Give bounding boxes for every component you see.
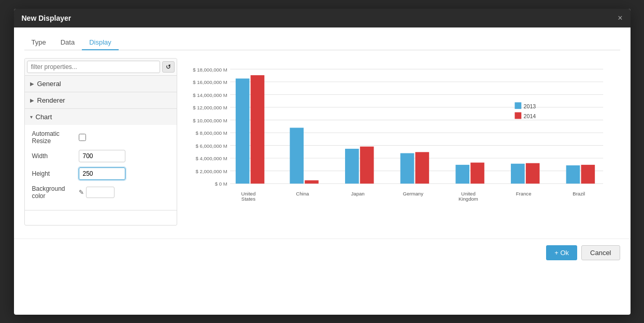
- bg-color-edit-icon[interactable]: ✎: [79, 189, 84, 196]
- modal-close-button[interactable]: ×: [618, 14, 622, 22]
- auto-resize-label: Automatic Resize: [32, 130, 79, 145]
- ok-button[interactable]: + Ok: [546, 245, 577, 260]
- tab-type[interactable]: Type: [24, 35, 53, 50]
- bar-chart: $ 18,000,000 M $ 16,000,000 M $ 14,000,0…: [188, 58, 610, 224]
- svg-text:$ 12,000,000 M: $ 12,000,000 M: [193, 105, 227, 110]
- bg-color-swatch[interactable]: [86, 187, 115, 198]
- svg-text:Brazil: Brazil: [573, 190, 585, 196]
- svg-text:$ 16,000,000 M: $ 16,000,000 M: [193, 79, 227, 85]
- bar-brazil-2013: [566, 165, 580, 183]
- height-row: Height: [32, 167, 169, 180]
- svg-text:States: States: [241, 196, 255, 202]
- accordion-general: ▶ General: [25, 76, 177, 92]
- cancel-button[interactable]: Cancel: [581, 245, 620, 260]
- svg-text:United: United: [241, 190, 255, 196]
- auto-resize-checkbox[interactable]: [79, 134, 86, 141]
- legend-2014-label: 2014: [523, 113, 536, 119]
- bar-uk-2013: [455, 164, 469, 183]
- bar-japan-2014: [360, 146, 374, 183]
- svg-text:$ 2,000,000 M: $ 2,000,000 M: [195, 168, 227, 174]
- bg-color-label: Background color: [32, 185, 79, 200]
- bar-brazil-2014: [581, 164, 595, 183]
- width-row: Width: [32, 150, 169, 162]
- accordion-renderer: ▶ Renderer: [25, 92, 177, 109]
- accordion-renderer-arrow: ▶: [30, 97, 34, 103]
- modal-dialog: New Displayer × Type Data Display ↺ ▶: [14, 9, 631, 315]
- bar-us-2014: [250, 75, 264, 184]
- svg-text:$ 8,000,000 M: $ 8,000,000 M: [195, 130, 227, 136]
- svg-text:China: China: [296, 190, 309, 196]
- svg-text:Germany: Germany: [403, 190, 423, 196]
- svg-text:France: France: [516, 190, 531, 196]
- legend-2013-swatch: [514, 102, 521, 109]
- modal-header: New Displayer ×: [14, 9, 631, 27]
- chart-area: $ 18,000,000 M $ 16,000,000 M $ 14,000,0…: [188, 58, 610, 226]
- modal-footer: + Ok Cancel: [14, 238, 631, 266]
- filter-refresh-button[interactable]: ↺: [162, 61, 175, 73]
- svg-text:Kingdom: Kingdom: [458, 196, 478, 202]
- width-input[interactable]: [79, 150, 125, 162]
- svg-text:$ 14,000,000 M: $ 14,000,000 M: [193, 92, 227, 97]
- auto-resize-row: Automatic Resize: [32, 130, 169, 145]
- modal-title: New Displayer: [22, 14, 71, 22]
- tabs-container: Type Data Display: [24, 35, 620, 50]
- left-panel: ↺ ▶ General ▶ Renderer: [24, 58, 177, 226]
- svg-text:$ 4,000,000 M: $ 4,000,000 M: [195, 156, 227, 161]
- accordion-chart-label: Chart: [36, 113, 52, 121]
- svg-text:$ 0 M: $ 0 M: [214, 181, 227, 187]
- bar-uk-2014: [470, 162, 484, 184]
- bar-germany-2013: [400, 153, 414, 184]
- accordion-general-header[interactable]: ▶ General: [25, 76, 177, 92]
- accordion-chart: ▾ Chart Automatic Resize Width: [25, 109, 177, 210]
- modal-body: Type Data Display ↺ ▶ General: [14, 27, 631, 233]
- content-area: ↺ ▶ General ▶ Renderer: [24, 58, 620, 226]
- svg-text:United: United: [461, 190, 476, 196]
- height-label: Height: [32, 170, 79, 177]
- svg-text:$ 6,000,000 M: $ 6,000,000 M: [195, 143, 227, 148]
- accordion-chart-arrow: ▾: [30, 114, 33, 120]
- svg-text:Japan: Japan: [351, 190, 364, 196]
- tab-data[interactable]: Data: [53, 35, 82, 50]
- bar-china-2013: [290, 128, 304, 184]
- right-panel: $ 18,000,000 M $ 16,000,000 M $ 14,000,0…: [177, 58, 620, 226]
- bar-germany-2014: [415, 152, 429, 184]
- height-input[interactable]: [79, 167, 125, 180]
- bar-us-2013: [235, 78, 249, 184]
- accordion-renderer-header[interactable]: ▶ Renderer: [25, 92, 177, 108]
- bar-japan-2013: [345, 148, 359, 183]
- legend-2013-label: 2013: [523, 103, 536, 109]
- svg-text:$ 18,000,000 M: $ 18,000,000 M: [193, 66, 227, 72]
- filter-input[interactable]: [27, 61, 160, 73]
- tab-display[interactable]: Display: [82, 35, 119, 50]
- accordion-renderer-label: Renderer: [37, 96, 65, 104]
- accordion-general-label: General: [37, 80, 61, 88]
- accordion-chart-body: Automatic Resize Width Height: [25, 125, 177, 210]
- svg-text:$ 10,000,000 M: $ 10,000,000 M: [193, 117, 227, 123]
- bar-france-2013: [511, 163, 525, 183]
- bar-china-2014: [305, 180, 319, 183]
- accordion-general-arrow: ▶: [30, 81, 34, 87]
- width-label: Width: [32, 152, 79, 160]
- filter-row: ↺: [25, 59, 177, 76]
- accordion-chart-header[interactable]: ▾ Chart: [25, 109, 177, 125]
- bg-color-row: Background color ✎: [32, 185, 169, 200]
- bar-france-2014: [525, 163, 539, 183]
- legend-2014-swatch: [514, 112, 521, 119]
